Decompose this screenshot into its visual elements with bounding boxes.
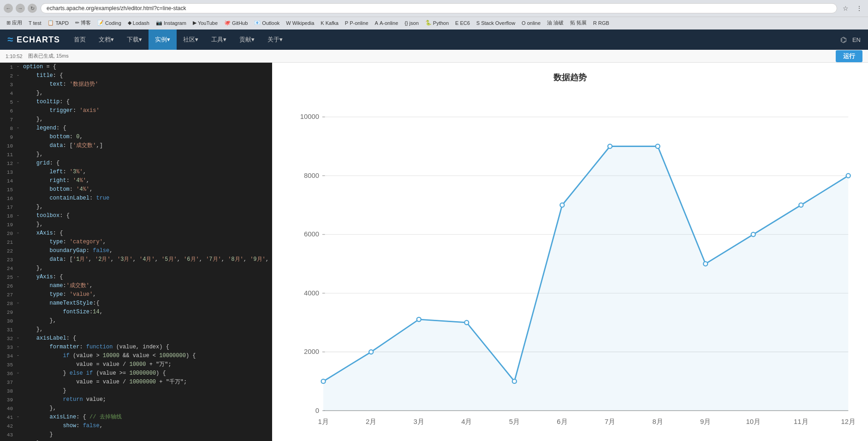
line-expand[interactable]: - [17,334,22,342]
bookmark-blog[interactable]: ✏ 博客 [72,18,94,27]
line-number: 32 [0,334,17,343]
code-line: 31 }, [0,325,272,334]
line-expand[interactable]: - [17,343,22,351]
line-content: left: '3%', [22,168,86,176]
nav-home[interactable]: 首页 [67,29,92,50]
bookmark-wikipedia[interactable]: W Wikipedia [283,19,317,27]
code-line: 22 boundaryGap: false, [0,247,272,255]
code-line: 38 } [0,387,272,395]
code-line: 7 }, [0,115,272,124]
line-number: 37 [0,378,17,387]
nav-contribute[interactable]: 贡献▾ [233,29,261,50]
bookmark-coding[interactable]: 📝 Coding [95,19,124,27]
y-label-4000: 4000 [304,289,319,297]
github-icon[interactable]: ⌬ [840,35,847,44]
line-number: 7 [0,115,17,124]
line-expand[interactable]: - [17,63,22,71]
bookmark-outlook[interactable]: 📧 Outlook [251,19,282,27]
data-point-11 [799,203,803,207]
menu-button[interactable]: ⋮ [854,4,864,13]
line-content: }, [22,317,56,325]
bookmark-rgb[interactable]: R RGB [590,19,612,27]
line-number: 29 [0,308,17,317]
bookmark-python[interactable]: 🐍 Python [422,19,452,27]
nav-download[interactable]: 下载▾ [120,29,149,50]
bookmark-lodash[interactable]: ◆ Lodash [125,19,152,27]
line-expand[interactable]: - [17,413,22,421]
lang-switch[interactable]: EN [852,36,861,43]
nav-examples[interactable]: 实例▾ [149,29,177,50]
data-point-6 [560,203,564,207]
line-expand[interactable]: - [17,212,22,220]
data-point-9 [703,262,707,266]
line-expand[interactable]: - [17,124,22,132]
code-line: 17 }, [0,203,272,212]
reload-button[interactable]: ↻ [28,4,37,13]
line-content: }, [22,115,43,123]
address-bar[interactable]: echarts.apache.org/examples/zh/editor.ht… [41,3,837,13]
nav-about[interactable]: 关于▾ [261,29,289,50]
bookmark-tuozhang[interactable]: 拓 拓展 [567,18,589,27]
bookmark-ponline[interactable]: P P-online [342,19,371,27]
code-line: 23 data: ['1月', '2月', '3月', '4月', '5月', … [0,255,272,264]
bookmark-online[interactable]: O online [519,19,543,27]
line-expand[interactable]: - [17,98,22,106]
nav-docs[interactable]: 文档▾ [92,29,120,50]
line-content: nameTextStyle:{ [22,299,100,307]
code-line: 10 data: ['成交数',] [0,141,272,150]
bookmark-json[interactable]: {} json [402,19,422,27]
bookmark-stackoverflow[interactable]: S Stack Overflow [474,19,518,27]
bookmark-github[interactable]: 🐙 GitHub [221,19,250,27]
run-button[interactable]: 运行 [836,50,862,62]
bookmark-apps[interactable]: ⊞ 应用 [4,18,25,27]
nav-tools[interactable]: 工具▾ [205,29,233,50]
line-number: 40 [0,404,17,413]
line-number: 33 [0,343,17,352]
line-content: }, [22,439,43,441]
line-number: 13 [0,168,17,176]
line-number: 18 [0,212,17,220]
line-content: }, [22,89,43,97]
bookmark-kafka[interactable]: K Kafka [318,19,341,27]
line-expand[interactable]: - [17,229,22,237]
x-label-1: 1月 [318,418,328,425]
line-expand[interactable]: - [17,369,22,377]
data-point-10 [751,232,755,236]
bookmark-youpo[interactable]: 油 油破 [544,18,566,27]
line-number: 17 [0,203,17,212]
line-expand[interactable]: - [17,299,22,307]
line-content: text: '数据趋势' [22,80,98,88]
nav-community[interactable]: 社区▾ [177,29,205,50]
line-expand[interactable]: - [17,159,22,167]
line-content: } [22,387,66,395]
code-line: 32- axisLabel: { [0,334,272,343]
line-content: value = value / 10000 + "万"; [22,360,172,369]
line-expand[interactable]: - [17,352,22,360]
nav-logo[interactable]: ≈ ECHARTS [7,34,60,46]
line-content: legend: { [22,124,66,132]
bookmark-aonline[interactable]: A A-online [372,19,401,27]
bookmark-ec6[interactable]: E EC6 [452,19,473,27]
bookmark-tapd[interactable]: 📋 TAPD [45,19,71,27]
line-content: name:'成交数', [22,282,93,290]
logo-text: ECHARTS [17,35,60,45]
bookmark-instagram[interactable]: 📷 Instagram [153,19,189,27]
bookmark-1[interactable]: T test [26,19,44,27]
y-label-6000: 6000 [304,230,319,238]
back-button[interactable]: ← [4,4,13,13]
code-line: 37 value = value / 10000000 + "千万"; [0,378,272,387]
x-label-6: 6月 [557,418,567,425]
code-line: 9 bottom: 0, [0,133,272,141]
code-editor[interactable]: 1-option = {2- title: {3 text: '数据趋势'4 }… [0,63,272,441]
star-button[interactable]: ☆ [841,4,850,13]
line-expand[interactable]: - [17,273,22,281]
line-expand[interactable]: - [17,71,22,80]
line-number: 28 [0,299,17,308]
forward-button[interactable]: → [16,4,25,13]
bookmark-youtube[interactable]: ▶ YouTube [190,19,220,27]
x-label-11: 11月 [794,418,808,425]
code-line: 44 }, [0,439,272,441]
line-content: toolbox: { [22,212,70,220]
line-number: 10 [0,141,17,150]
line-content: show: false, [22,422,103,430]
